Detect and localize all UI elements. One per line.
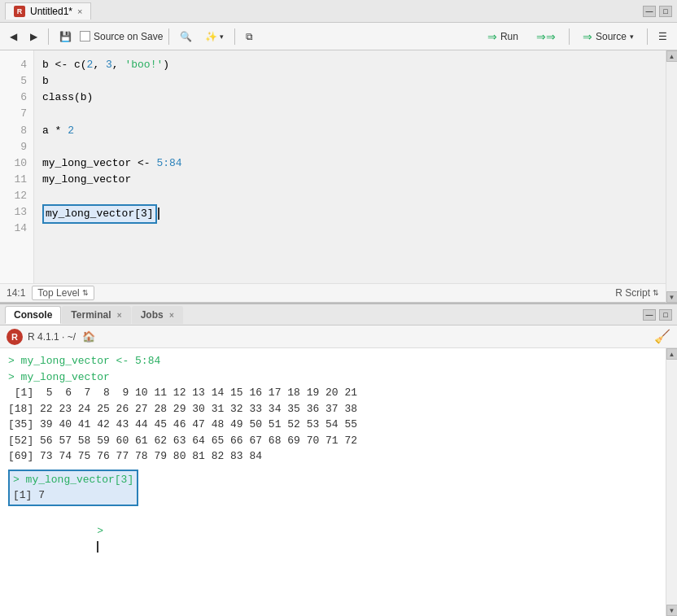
scrollbar-down-arrow[interactable]: ▼ bbox=[666, 291, 678, 303]
console-window-controls: — □ bbox=[643, 309, 672, 321]
console-scrollbar-up[interactable]: ▲ bbox=[666, 348, 678, 360]
line-num-6: 6 bbox=[0, 90, 33, 106]
code-line-7 bbox=[42, 106, 657, 122]
file-type-dropdown-icon: ⇅ bbox=[653, 289, 659, 297]
source-label: Source bbox=[596, 31, 627, 42]
scope-indicator[interactable]: Top Level ⇅ bbox=[32, 286, 94, 300]
tab-r-icon: R bbox=[14, 6, 25, 17]
scope-dropdown-icon: ⇅ bbox=[82, 289, 89, 297]
back-icon: ◀ bbox=[10, 31, 17, 42]
format-button[interactable]: ⧉ bbox=[241, 28, 258, 46]
toolbar-sep-3 bbox=[234, 28, 235, 45]
line-num-5: 5 bbox=[0, 73, 33, 90]
console-prompt: > bbox=[97, 525, 110, 537]
editor-status-bar: 14:1 Top Level ⇅ R Script ⇅ bbox=[0, 283, 666, 303]
console-header: Console Terminal × Jobs × — □ bbox=[0, 303, 677, 325]
console-line-out3: [35] 39 40 41 42 43 44 45 46 47 48 49 50… bbox=[8, 417, 657, 433]
tab-close-button[interactable]: × bbox=[77, 7, 82, 16]
home-link-icon: 🏠 bbox=[82, 330, 95, 343]
tab-terminal-label: Terminal bbox=[71, 309, 111, 321]
toolbar-sep-5 bbox=[647, 28, 648, 45]
r-version: R 4.1.1 · ~/ bbox=[28, 331, 76, 343]
wand-icon: ✨ bbox=[205, 31, 217, 42]
console-output[interactable]: > my_long_vector <- 5:84 > my_long_vecto… bbox=[0, 348, 666, 616]
line-num-4: 4 bbox=[0, 57, 33, 73]
editor-content[interactable]: 4 5 6 7 8 9 10 11 12 13 14 b <- c(2, 3, … bbox=[0, 50, 666, 283]
console-prompt-line[interactable]: > bbox=[8, 508, 657, 571]
line-num-13: 13 bbox=[0, 204, 33, 221]
menu-button[interactable]: ☰ bbox=[653, 28, 672, 46]
line-num-9: 9 bbox=[0, 139, 33, 155]
tab-jobs-close[interactable]: × bbox=[169, 311, 174, 320]
search-icon: 🔍 bbox=[180, 31, 192, 42]
tab-jobs[interactable]: Jobs × bbox=[132, 306, 183, 324]
line-num-8: 8 bbox=[0, 123, 33, 139]
code-line-11: my_long_vector bbox=[42, 172, 657, 188]
window-controls: — □ bbox=[643, 6, 672, 17]
editor-tab[interactable]: R Untitled1* × bbox=[5, 2, 91, 20]
run-arrow-icon: ⇒ bbox=[487, 30, 497, 43]
source-on-save-container: Source on Save bbox=[80, 31, 163, 42]
console-section: Console Terminal × Jobs × — □ R R 4.1.1 … bbox=[0, 303, 677, 616]
save-button[interactable]: 💾 bbox=[55, 28, 76, 46]
code-line-6: class(b) bbox=[42, 90, 657, 106]
code-line-10: my_long_vector <- 5:84 bbox=[42, 155, 657, 172]
console-line-out1: [1] 5 6 7 8 9 10 11 12 13 14 15 16 17 18… bbox=[8, 385, 657, 401]
menu-icon: ☰ bbox=[658, 31, 667, 42]
file-type: R Script bbox=[615, 287, 650, 299]
console-cursor bbox=[97, 541, 98, 553]
code-area[interactable]: b <- c(2, 3, 'boo!') b class(b) a * 2 my… bbox=[34, 50, 666, 283]
scrollbar-up-arrow[interactable]: ▲ bbox=[666, 50, 678, 62]
code-line-5: b bbox=[42, 73, 657, 90]
console-maximize-button[interactable]: □ bbox=[659, 309, 672, 321]
run-button[interactable]: ⇒ Run bbox=[480, 27, 526, 46]
tab-console-label: Console bbox=[14, 309, 52, 321]
line-num-14: 14 bbox=[0, 221, 33, 237]
maximize-button[interactable]: □ bbox=[659, 6, 672, 17]
back-button[interactable]: ◀ bbox=[5, 28, 22, 46]
console-toolbar: R R 4.1.1 · ~/ 🏠 🧹 bbox=[0, 325, 677, 348]
line-numbers: 4 5 6 7 8 9 10 11 12 13 14 bbox=[0, 50, 34, 283]
line-num-10: 10 bbox=[0, 155, 33, 172]
console-text: > my_long_vector <- 5:84 > my_long_vecto… bbox=[8, 353, 657, 611]
console-line-out4: [52] 56 57 58 59 60 61 62 63 64 65 66 67… bbox=[8, 433, 657, 449]
wand-button[interactable]: ✨ ▾ bbox=[200, 28, 229, 46]
console-line-cmd1: > my_long_vector <- 5:84 bbox=[8, 353, 657, 369]
editor-scrollbar[interactable]: ▲ ▼ bbox=[666, 50, 677, 303]
app-window: R Untitled1* × — □ ◀ ▶ 💾 Source on Save … bbox=[0, 0, 677, 616]
source-button[interactable]: ⇒ Source ▾ bbox=[575, 27, 641, 46]
forward-button[interactable]: ▶ bbox=[25, 28, 42, 46]
console-minimize-button[interactable]: — bbox=[643, 309, 656, 321]
console-line-cmd2: > my_long_vector bbox=[8, 369, 657, 386]
source-dropdown-icon: ▾ bbox=[630, 33, 634, 41]
console-output-area: > my_long_vector <- 5:84 > my_long_vecto… bbox=[0, 348, 677, 616]
search-button[interactable]: 🔍 bbox=[175, 28, 197, 46]
console-highlighted-block-wrapper: > my_long_vector[3] [1] 7 bbox=[8, 468, 657, 506]
forward-icon: ▶ bbox=[30, 31, 37, 42]
toolbar-sep-1 bbox=[48, 28, 49, 45]
code-line-4: b <- c(2, 3, 'boo!') bbox=[42, 57, 657, 73]
code-line-12 bbox=[42, 188, 657, 204]
source-arrow-icon: ⇒ bbox=[583, 30, 592, 43]
console-clear-button[interactable]: 🧹 bbox=[654, 329, 670, 344]
editor-area: 4 5 6 7 8 9 10 11 12 13 14 b <- c(2, 3, … bbox=[0, 50, 677, 303]
r-logo-icon: R bbox=[7, 329, 23, 345]
tab-terminal-close[interactable]: × bbox=[117, 311, 122, 320]
console-line-cmd3: > my_long_vector[3] bbox=[13, 472, 133, 488]
rerun-button[interactable]: ⇒⇒ bbox=[529, 27, 563, 46]
tab-console[interactable]: Console bbox=[5, 306, 61, 324]
minimize-button[interactable]: — bbox=[643, 6, 656, 17]
editor-inner: 4 5 6 7 8 9 10 11 12 13 14 b <- c(2, 3, … bbox=[0, 50, 666, 303]
console-line-out6: [1] 7 bbox=[13, 487, 133, 504]
console-scrollbar-down[interactable]: ▼ bbox=[666, 605, 678, 616]
cursor-position: 14:1 bbox=[7, 287, 25, 299]
line-num-12: 12 bbox=[0, 188, 33, 204]
tab-terminal[interactable]: Terminal × bbox=[62, 306, 130, 324]
source-on-save-checkbox[interactable] bbox=[80, 31, 90, 42]
title-bar: R Untitled1* × — □ bbox=[0, 0, 677, 23]
line-num-7: 7 bbox=[0, 106, 33, 122]
highlighted-code: my_long_vector[3] bbox=[42, 204, 157, 224]
console-line-out5: [69] 73 74 75 76 77 78 79 80 81 82 83 84 bbox=[8, 448, 657, 465]
toolbar-sep-2 bbox=[168, 28, 169, 45]
console-scrollbar[interactable]: ▲ ▼ bbox=[666, 348, 677, 616]
